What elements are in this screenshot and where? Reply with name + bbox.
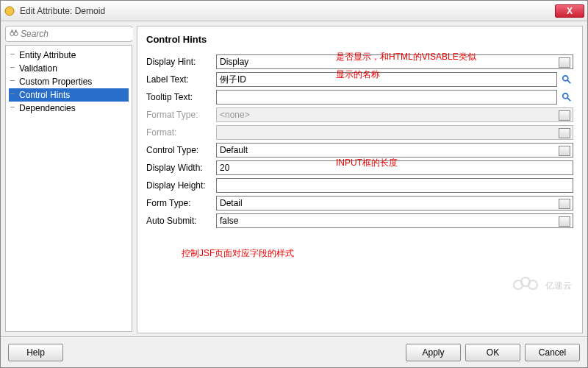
svg-rect-3 [12,29,13,32]
window-title: Edit Attribute: Demoid [20,6,555,16]
svg-line-6 [567,80,570,83]
annotation-summary: 控制JSF页面对应字段的样式 [182,247,294,260]
svg-point-0 [5,7,14,15]
label-form-type: Form Type: [146,198,216,208]
left-pane: Entity Attribute Validation Custom Prope… [1,21,137,338]
input-display-height[interactable] [216,178,573,193]
svg-line-8 [567,98,570,101]
form-panel: Control Hints Display Hint: Display 是否显示… [137,26,583,333]
tree-item-entity-attribute[interactable]: Entity Attribute [9,49,129,62]
svg-point-7 [563,93,568,99]
dialog-window: Edit Attribute: Demoid X Entity Attribut… [0,0,588,368]
label-control-type: Control Type: [146,145,216,155]
row-form-type: Form Type: Detail [146,195,573,211]
ok-button[interactable]: OK [465,344,520,361]
binoculars-icon [9,28,19,40]
dropdown-format [216,125,573,140]
dropdown-form-type[interactable]: Detail [216,196,573,210]
search-box[interactable] [5,26,132,42]
dropdown-display-hint[interactable]: Display [216,54,573,69]
browse-tooltip-text-icon[interactable] [560,91,573,104]
label-auto-submit: Auto Submit: [146,216,216,226]
dropdown-format-type: <none> [216,107,573,122]
tree-item-validation[interactable]: Validation [9,62,129,75]
cancel-button[interactable]: Cancel [525,344,580,361]
dropdown-auto-submit[interactable]: false [216,213,573,228]
browse-label-text-icon[interactable] [560,73,573,86]
label-format: Format: [146,127,216,138]
watermark-logo-icon [513,277,542,294]
apply-button[interactable]: Apply [406,344,461,361]
label-display-width: Display Width: [146,163,216,173]
row-format: Format: [146,124,573,141]
app-icon [4,5,15,17]
tree-item-control-hints[interactable]: Control Hints [9,88,129,102]
row-auto-submit: Auto Submit: false [146,213,573,229]
tree-item-dependencies[interactable]: Dependencies [9,102,129,115]
row-display-width: Display Width: [146,160,573,176]
row-control-type: Control Type: Default [146,142,573,158]
row-display-height: Display Height: [146,177,573,194]
footer: Help Apply OK Cancel [1,336,587,367]
nav-tree: Entity Attribute Validation Custom Prope… [5,45,132,332]
search-input[interactable] [19,28,133,40]
close-button[interactable]: X [555,4,584,18]
dropdown-control-type[interactable]: Default [216,143,573,158]
svg-point-5 [563,76,568,81]
row-label-text: Label Text: [146,71,573,88]
label-tooltip-text: Tooltip Text: [146,92,216,102]
row-format-type: Format Type: <none> [146,107,573,123]
dialog-body: Entity Attribute Validation Custom Prope… [1,21,587,338]
watermark: 亿速云 [513,277,572,294]
label-format-type: Format Type: [146,110,216,120]
row-display-hint: Display Hint: Display [146,54,573,70]
input-display-width[interactable] [216,160,573,175]
tree-item-custom-properties[interactable]: Custom Properties [9,75,129,88]
panel-heading: Control Hints [146,34,573,45]
row-tooltip-text: Tooltip Text: [146,89,573,105]
input-tooltip-text[interactable] [216,90,557,105]
help-button[interactable]: Help [8,344,63,361]
titlebar: Edit Attribute: Demoid X [1,1,587,21]
input-label-text[interactable] [216,72,557,87]
label-display-hint: Display Hint: [146,57,216,67]
label-display-height: Display Height: [146,180,216,191]
label-label-text: Label Text: [146,74,216,85]
svg-rect-4 [15,29,17,32]
